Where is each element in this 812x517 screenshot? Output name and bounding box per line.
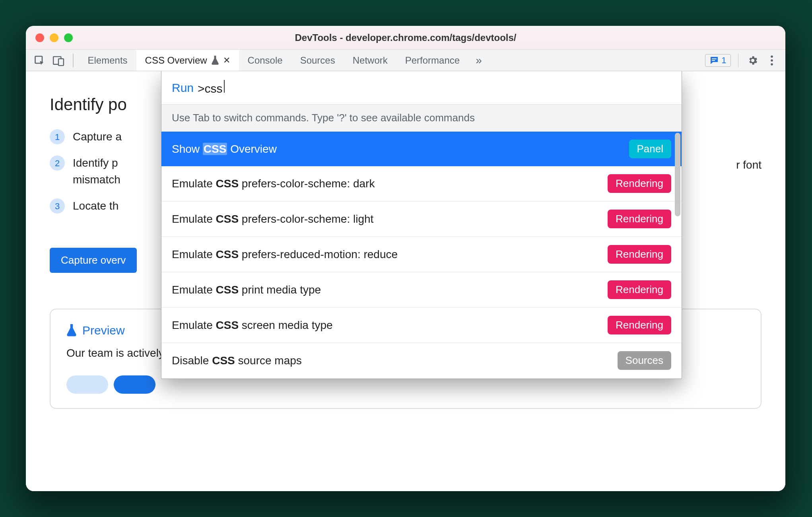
step-text: mismatch bbox=[73, 171, 120, 188]
command-item[interactable]: Emulate CSS prefers-color-scheme: lightR… bbox=[161, 202, 682, 237]
devtools-toolbar: Elements CSS Overview ✕ Console Sources … bbox=[26, 50, 785, 71]
chip[interactable] bbox=[66, 375, 108, 394]
minimize-window-button[interactable] bbox=[50, 33, 58, 42]
tab-label: Console bbox=[248, 55, 283, 66]
command-item[interactable]: Show CSS OverviewPanel bbox=[161, 132, 682, 166]
command-item[interactable]: Emulate CSS screen media typeRendering bbox=[161, 308, 682, 343]
toolbar-separator bbox=[73, 54, 74, 67]
command-menu: Run >css Use Tab to switch commands. Typ… bbox=[161, 71, 682, 379]
issues-button[interactable]: 1 bbox=[705, 54, 730, 67]
titlebar: DevTools - developer.chrome.com/tags/dev… bbox=[26, 26, 785, 50]
settings-icon[interactable] bbox=[744, 52, 761, 68]
tab-network[interactable]: Network bbox=[344, 50, 396, 71]
command-item-label: Emulate CSS print media type bbox=[172, 284, 321, 296]
command-item-label: Emulate CSS screen media type bbox=[172, 319, 333, 332]
tab-sources[interactable]: Sources bbox=[291, 50, 344, 71]
panel-content: Identify po r font 1 Capture a 2 Identif… bbox=[26, 71, 785, 491]
svg-rect-2 bbox=[58, 58, 64, 65]
command-item-badge: Rendering bbox=[608, 174, 671, 193]
traffic-lights bbox=[26, 33, 73, 42]
tab-css-overview[interactable]: CSS Overview ✕ bbox=[136, 50, 239, 71]
tab-label: Network bbox=[353, 55, 388, 66]
tab-label: CSS Overview bbox=[145, 55, 207, 66]
text-caret bbox=[224, 80, 225, 93]
window-title: DevTools - developer.chrome.com/tags/dev… bbox=[26, 32, 785, 43]
svg-rect-3 bbox=[712, 58, 717, 59]
panel-tabs: Elements CSS Overview ✕ Console Sources … bbox=[79, 50, 469, 71]
step-number: 3 bbox=[50, 198, 65, 214]
step-text: Identify p bbox=[73, 155, 120, 171]
command-prefix: > bbox=[198, 82, 205, 95]
device-toolbar-icon[interactable] bbox=[50, 52, 67, 68]
command-item-label: Emulate CSS prefers-color-scheme: dark bbox=[172, 177, 375, 190]
svg-point-7 bbox=[771, 63, 773, 65]
toolbar-separator bbox=[738, 54, 739, 67]
more-tabs-icon[interactable]: » bbox=[470, 54, 486, 67]
command-list: Show CSS OverviewPanelEmulate CSS prefer… bbox=[161, 132, 682, 379]
command-item-badge: Rendering bbox=[608, 316, 671, 334]
command-item-label: Emulate CSS prefers-color-scheme: light bbox=[172, 213, 373, 225]
scrollbar-thumb[interactable] bbox=[675, 133, 680, 216]
text-fragment: r font bbox=[736, 159, 761, 171]
devtools-window: DevTools - developer.chrome.com/tags/dev… bbox=[26, 26, 785, 491]
command-item-badge: Panel bbox=[629, 140, 672, 158]
tab-label: Performance bbox=[405, 55, 460, 66]
command-item[interactable]: Emulate CSS prefers-reduced-motion: redu… bbox=[161, 237, 682, 272]
tab-elements[interactable]: Elements bbox=[79, 50, 136, 71]
command-item-label: Disable CSS source maps bbox=[172, 354, 302, 367]
svg-point-5 bbox=[771, 55, 773, 58]
close-tab-icon[interactable]: ✕ bbox=[223, 55, 230, 66]
step-number: 2 bbox=[50, 155, 65, 171]
close-window-button[interactable] bbox=[35, 33, 44, 42]
command-input[interactable]: Run >css bbox=[161, 71, 682, 104]
chip[interactable] bbox=[114, 375, 155, 394]
command-hint: Use Tab to switch commands. Type '?' to … bbox=[161, 104, 682, 132]
kebab-menu-icon[interactable] bbox=[763, 52, 781, 68]
maximize-window-button[interactable] bbox=[64, 33, 73, 42]
command-item[interactable]: Emulate CSS print media typeRendering bbox=[161, 272, 682, 308]
tab-performance[interactable]: Performance bbox=[396, 50, 468, 71]
command-item[interactable]: Emulate CSS prefers-color-scheme: darkRe… bbox=[161, 166, 682, 202]
chat-icon bbox=[709, 56, 719, 65]
beaker-icon bbox=[211, 56, 219, 65]
svg-point-6 bbox=[771, 59, 773, 62]
svg-rect-4 bbox=[712, 60, 715, 61]
step-number: 1 bbox=[50, 129, 65, 144]
issues-count: 1 bbox=[721, 55, 726, 66]
command-item-badge: Rendering bbox=[608, 280, 671, 299]
step-text: Capture a bbox=[73, 128, 122, 145]
tab-label: Elements bbox=[88, 55, 128, 66]
inspect-element-icon[interactable] bbox=[31, 52, 48, 68]
command-item-label: Emulate CSS prefers-reduced-motion: redu… bbox=[172, 248, 398, 261]
command-item-badge: Sources bbox=[618, 351, 671, 370]
run-label: Run bbox=[172, 81, 194, 95]
command-query: css bbox=[205, 82, 223, 95]
tab-label: Sources bbox=[300, 55, 335, 66]
preview-label: Preview bbox=[82, 324, 125, 337]
command-item-badge: Rendering bbox=[608, 245, 671, 264]
tab-console[interactable]: Console bbox=[239, 50, 291, 71]
beaker-icon bbox=[66, 324, 77, 337]
capture-overview-button[interactable]: Capture overv bbox=[50, 248, 137, 273]
command-item-badge: Rendering bbox=[608, 210, 671, 228]
command-item[interactable]: Disable CSS source mapsSources bbox=[161, 343, 682, 379]
step-text: Locate th bbox=[73, 198, 118, 214]
command-item-label: Show CSS Overview bbox=[172, 143, 277, 155]
